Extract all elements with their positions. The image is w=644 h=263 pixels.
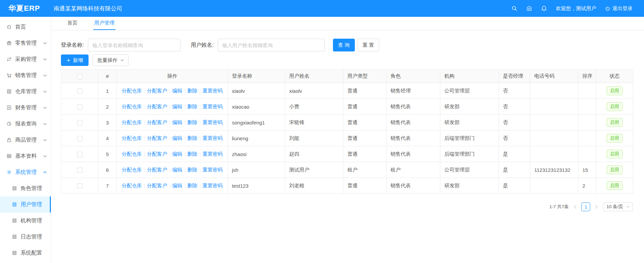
assign-customer-link[interactable]: 分配客户 <box>147 119 167 125</box>
cell-manager: 否 <box>499 83 530 99</box>
sidebar-item-retail[interactable]: 零售管理 <box>0 35 51 51</box>
pagination-total: 1-7 共7条 <box>549 204 569 210</box>
sidebar-item-user[interactable]: 用户管理 <box>0 196 51 213</box>
sidebar-item-role[interactable]: 角色管理 <box>0 180 51 196</box>
sidebar-item-config[interactable]: 系统配置 <box>0 245 51 261</box>
assign-customer-link[interactable]: 分配客户 <box>147 151 167 157</box>
delete-link[interactable]: 删除 <box>188 167 198 173</box>
action-separator <box>200 184 200 188</box>
batch-operations-button[interactable]: 批量操作 <box>93 54 129 66</box>
row-checkbox[interactable] <box>77 167 82 173</box>
sidebar-item-sales[interactable]: 销售管理 <box>0 67 51 83</box>
tab-home[interactable]: 首页 <box>66 17 78 30</box>
doc-icon <box>12 250 17 256</box>
reset-password-link[interactable]: 重置密码 <box>203 167 223 173</box>
status-badge[interactable]: 启用 <box>607 102 622 111</box>
delete-link[interactable]: 删除 <box>188 183 198 188</box>
cell-type: 普通 <box>343 178 386 194</box>
page-size-select[interactable]: 10 条/页 <box>603 202 633 211</box>
cell-name: 小曹 <box>285 99 343 115</box>
row-checkbox[interactable] <box>77 152 82 157</box>
assign-warehouse-link[interactable]: 分配仓库 <box>122 151 142 157</box>
cell-org: 研发部 <box>440 99 499 115</box>
sidebar-item-org[interactable]: 机构管理 <box>0 213 51 229</box>
action-separator <box>200 136 200 141</box>
sidebar-item-finance[interactable]: 财务管理 <box>0 100 51 116</box>
delete-link[interactable]: 删除 <box>188 88 198 93</box>
edit-link[interactable]: 编辑 <box>172 104 182 109</box>
reset-password-link[interactable]: 重置密码 <box>203 88 223 93</box>
assign-customer-link[interactable]: 分配客户 <box>147 135 167 141</box>
status-badge[interactable]: 启用 <box>607 86 622 95</box>
assign-warehouse-link[interactable]: 分配仓库 <box>122 119 142 125</box>
search-button[interactable]: 查 询 <box>333 39 355 51</box>
assign-warehouse-link[interactable]: 分配仓库 <box>122 88 142 93</box>
assign-warehouse-link[interactable]: 分配仓库 <box>122 167 142 173</box>
logout-label: 退出登录 <box>612 5 633 12</box>
edit-link[interactable]: 编辑 <box>172 135 182 141</box>
status-badge[interactable]: 启用 <box>607 134 622 143</box>
edit-link[interactable]: 编辑 <box>172 183 182 188</box>
add-button[interactable]: 新增 <box>61 54 89 66</box>
search-icon[interactable] <box>511 5 517 11</box>
sidebar-item-warehouse[interactable]: 仓库管理 <box>0 83 51 100</box>
cell-role: 销售代表 <box>386 146 440 162</box>
row-checkbox[interactable] <box>77 136 82 141</box>
row-checkbox[interactable] <box>77 183 82 189</box>
sidebar-item-log[interactable]: 日志管理 <box>0 229 51 245</box>
reset-button[interactable]: 重 置 <box>358 39 379 51</box>
delete-link[interactable]: 删除 <box>188 119 198 125</box>
cell-role: 销售代表 <box>386 99 440 115</box>
sidebar-item-report[interactable]: 报表查询 <box>0 116 51 132</box>
assign-customer-link[interactable]: 分配客户 <box>147 88 167 93</box>
assign-warehouse-link[interactable]: 分配仓库 <box>122 135 142 141</box>
bank-icon[interactable] <box>526 5 532 11</box>
reset-password-link[interactable]: 重置密码 <box>203 119 223 125</box>
doc-icon <box>12 234 17 239</box>
row-checkbox[interactable] <box>77 88 82 94</box>
assign-customer-link[interactable]: 分配客户 <box>147 104 167 109</box>
add-button-label: 新增 <box>73 57 83 64</box>
edit-link[interactable]: 编辑 <box>172 119 182 125</box>
row-index: 1 <box>98 83 117 99</box>
sidebar-item-label: 商品管理 <box>15 137 37 144</box>
delete-link[interactable]: 删除 <box>188 135 198 141</box>
prev-page-icon[interactable] <box>572 204 578 210</box>
assign-customer-link[interactable]: 分配客户 <box>147 167 167 173</box>
reset-password-link[interactable]: 重置密码 <box>203 183 223 188</box>
delete-link[interactable]: 删除 <box>188 104 198 109</box>
edit-link[interactable]: 编辑 <box>172 167 182 173</box>
row-actions: 分配仓库分配客户编辑删除重置密码 <box>117 99 228 115</box>
sidebar-item-goods[interactable]: 商品管理 <box>0 132 51 148</box>
sidebar-item-home[interactable]: 首页 <box>0 19 51 35</box>
assign-warehouse-link[interactable]: 分配仓库 <box>122 104 142 109</box>
status-badge[interactable]: 启用 <box>607 118 622 127</box>
page-number-button[interactable]: 1 <box>581 202 590 211</box>
edit-link[interactable]: 编辑 <box>172 151 182 157</box>
column-header: 状态 <box>596 70 633 83</box>
logout-button[interactable]: 退出登录 <box>605 5 633 12</box>
edit-link[interactable]: 编辑 <box>172 88 182 93</box>
next-page-icon[interactable] <box>594 204 600 210</box>
sidebar-item-system[interactable]: 系统管理 <box>0 164 51 180</box>
tab-user-management[interactable]: 用户管理 <box>93 17 115 30</box>
chevron-down-icon <box>43 123 47 125</box>
reset-password-link[interactable]: 重置密码 <box>203 135 223 141</box>
login-name-input[interactable] <box>88 39 180 51</box>
user-name-input[interactable] <box>218 39 325 51</box>
sidebar-item-purchase[interactable]: 采购管理 <box>0 51 51 67</box>
status-badge[interactable]: 启用 <box>607 150 622 158</box>
select-all-checkbox[interactable] <box>77 74 82 79</box>
reset-password-link[interactable]: 重置密码 <box>203 104 223 109</box>
bell-icon[interactable] <box>541 5 547 11</box>
assign-warehouse-link[interactable]: 分配仓库 <box>122 183 142 188</box>
reset-password-link[interactable]: 重置密码 <box>203 151 223 157</box>
sidebar-item-basic[interactable]: 基本资料 <box>0 148 51 164</box>
delete-link[interactable]: 删除 <box>188 151 198 157</box>
row-checkbox[interactable] <box>77 104 82 110</box>
status-badge[interactable]: 启用 <box>607 181 622 190</box>
assign-customer-link[interactable]: 分配客户 <box>147 183 167 188</box>
column-header: 操作 <box>117 70 228 83</box>
status-badge[interactable]: 启用 <box>607 165 622 174</box>
row-checkbox[interactable] <box>77 120 82 125</box>
